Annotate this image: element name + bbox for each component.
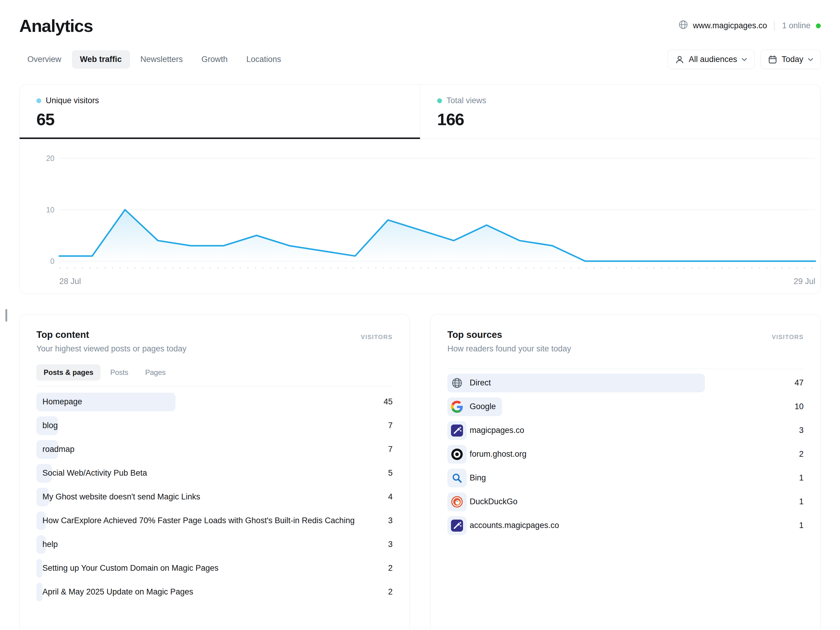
- top-sources-title: Top sources: [447, 330, 804, 340]
- content-visitors-value: 3: [382, 540, 393, 549]
- content-tab-posts[interactable]: Posts: [103, 364, 136, 381]
- content-label: My Ghost website doesn't send Magic Link…: [43, 492, 200, 502]
- source-row[interactable]: forum.ghost.org2: [447, 442, 804, 466]
- content-label: April & May 2025 Update on Magic Pages: [43, 587, 193, 597]
- globe-icon: [679, 20, 688, 32]
- source-visitors-value: 2: [793, 450, 804, 459]
- top-content-subtitle: Your highest viewed posts or pages today: [36, 344, 393, 354]
- traffic-card: Unique visitors 65 Total views 166 20100…: [19, 84, 821, 294]
- page-title: Analytics: [19, 16, 93, 36]
- content-label: How CarExplore Achieved 70% Faster Page …: [43, 516, 355, 525]
- source-label: Direct: [470, 378, 491, 387]
- content-label: roadmap: [43, 445, 74, 454]
- metric-total-views[interactable]: Total views 166: [420, 85, 821, 139]
- visitors-column-header: VISITORS: [772, 334, 804, 341]
- svg-text:20: 20: [46, 154, 54, 163]
- top-content-header: Top content Your highest viewed posts or…: [36, 314, 393, 354]
- source-visitors-value: 3: [793, 426, 804, 435]
- metric-value: 65: [36, 109, 420, 129]
- metric-selector: Unique visitors 65 Total views 166: [19, 85, 821, 139]
- top-sources-list: Direct47Google10magicpages.co3forum.ghos…: [447, 369, 804, 537]
- filters: All audiences Today: [668, 50, 821, 69]
- svg-text:0: 0: [50, 257, 54, 265]
- total-views-dot: [437, 98, 442, 103]
- tab-newsletters[interactable]: Newsletters: [133, 50, 191, 69]
- date-filter-button[interactable]: Today: [761, 50, 821, 69]
- source-label: Bing: [470, 473, 486, 483]
- content-row[interactable]: blog7: [36, 414, 393, 437]
- top-content-card: Top content Your highest viewed posts or…: [19, 314, 410, 630]
- source-row[interactable]: DuckDuckGo1: [447, 490, 804, 513]
- source-visitors-value: 1: [793, 473, 804, 483]
- metric-label: Total views: [447, 96, 486, 105]
- content-label: Social Web/Activity Pub Beta: [43, 469, 147, 478]
- globe-icon: [451, 377, 463, 389]
- chevron-down-icon: [742, 58, 747, 62]
- content-label: Setting up Your Custom Domain on Magic P…: [43, 564, 218, 573]
- metric-unique-visitors[interactable]: Unique visitors 65: [19, 85, 420, 139]
- svg-text:28 Jul: 28 Jul: [59, 277, 81, 286]
- top-content-list: Homepage45blog7roadmap7Social Web/Activi…: [36, 386, 393, 604]
- tab-web-traffic[interactable]: Web traffic: [72, 50, 130, 69]
- svg-text:10: 10: [46, 205, 54, 214]
- source-row[interactable]: Bing1: [447, 466, 804, 490]
- tab-growth[interactable]: Growth: [193, 50, 236, 69]
- area-chart-svg: 2010028 Jul29 Jul: [19, 139, 820, 294]
- person-icon: [675, 55, 684, 64]
- unique-visitors-dot: [36, 98, 41, 103]
- content-visitors-value: 5: [382, 469, 393, 478]
- top-sources-subtitle: How readers found your site today: [447, 344, 804, 354]
- analytics-page: Analytics www.magicpages.co 1 online Ove…: [0, 0, 840, 630]
- source-visitors-value: 1: [793, 497, 804, 506]
- scrollbar-thumb[interactable]: [5, 309, 7, 322]
- content-tab-posts-pages[interactable]: Posts & pages: [36, 364, 101, 381]
- content-row[interactable]: My Ghost website doesn't send Magic Link…: [36, 485, 393, 509]
- site-meta: www.magicpages.co 1 online: [679, 20, 821, 32]
- content-tab-pages[interactable]: Pages: [138, 364, 173, 381]
- site-domain-link[interactable]: www.magicpages.co: [679, 20, 767, 32]
- source-visitors-value: 47: [789, 378, 804, 387]
- bing-icon: [451, 472, 463, 484]
- source-row[interactable]: accounts.magicpages.co1: [447, 513, 804, 537]
- tab-overview[interactable]: Overview: [19, 50, 69, 69]
- content-visitors-value: 3: [382, 516, 393, 525]
- source-label: accounts.magicpages.co: [470, 521, 559, 530]
- online-count: 1 online: [782, 21, 810, 30]
- top-content-title: Top content: [36, 330, 393, 340]
- metric-label: Unique visitors: [46, 96, 99, 105]
- source-row[interactable]: magicpages.co3: [447, 418, 804, 442]
- content-visitors-value: 4: [382, 492, 393, 502]
- content-type-segmented-control: Posts & pagesPostsPages: [36, 364, 393, 381]
- source-row[interactable]: Google10: [447, 395, 804, 418]
- content-row[interactable]: help3: [36, 532, 393, 556]
- content-visitors-value: 2: [382, 564, 393, 573]
- content-row[interactable]: April & May 2025 Update on Magic Pages2: [36, 580, 393, 604]
- content-label: blog: [43, 421, 58, 430]
- topbar: Analytics www.magicpages.co 1 online: [19, 0, 821, 36]
- content-row[interactable]: How CarExplore Achieved 70% Faster Page …: [36, 509, 393, 532]
- content-row[interactable]: Setting up Your Custom Domain on Magic P…: [36, 556, 393, 580]
- audience-filter-button[interactable]: All audiences: [668, 50, 755, 69]
- content-row[interactable]: Social Web/Activity Pub Beta5: [36, 461, 393, 485]
- magicpages-icon: [451, 425, 463, 437]
- tab-locations[interactable]: Locations: [238, 50, 289, 69]
- metric-value: 166: [437, 109, 821, 129]
- source-label: Google: [470, 402, 496, 411]
- content-row[interactable]: roadmap7: [36, 437, 393, 461]
- ghost-forum-icon: [451, 448, 463, 460]
- visitors-column-header: VISITORS: [361, 334, 393, 341]
- source-label: magicpages.co: [470, 426, 524, 435]
- content-row[interactable]: Homepage45: [36, 390, 393, 414]
- source-row[interactable]: Direct47: [447, 371, 804, 395]
- meta-divider: [774, 21, 775, 31]
- top-sources-card: Top sources How readers found your site …: [430, 314, 821, 630]
- content-visitors-value: 2: [382, 587, 393, 597]
- duckduckgo-icon: [451, 496, 463, 508]
- source-label: DuckDuckGo: [470, 497, 518, 506]
- audience-filter-label: All audiences: [688, 55, 737, 64]
- content-visitors-value: 7: [382, 421, 393, 430]
- source-visitors-value: 10: [789, 402, 804, 411]
- online-status-dot: [816, 24, 821, 28]
- site-domain-text: www.magicpages.co: [693, 21, 767, 30]
- nav-tabs: OverviewWeb trafficNewslettersGrowthLoca…: [19, 50, 289, 69]
